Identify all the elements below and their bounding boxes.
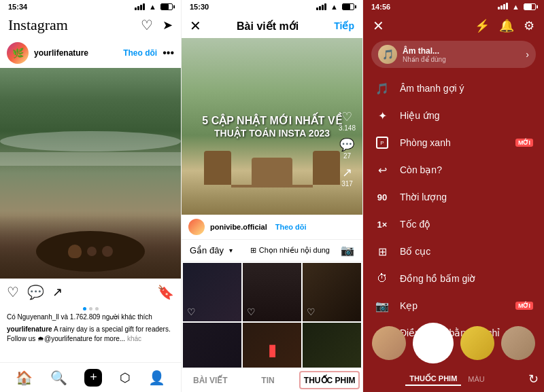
ponivibe-follow-btn[interactable]: Theo dõi bbox=[275, 223, 307, 231]
ponivibe-username[interactable]: ponivibe.official bbox=[210, 223, 267, 231]
menu-item-dong-ho[interactable]: ⏱ Đồng hồ bấm giờ bbox=[363, 265, 544, 292]
instagram-logo: Instagram bbox=[8, 16, 68, 34]
menu-item-con-ban[interactable]: ↩ Còn bạn? bbox=[363, 156, 544, 183]
select-icon: ⊞ bbox=[250, 246, 256, 255]
shutter-button[interactable] bbox=[413, 323, 454, 363]
furniture-scene bbox=[197, 133, 347, 188]
overlay-line1: 5 CẬP NHẬT MỚI NHẤT VỀ bbox=[202, 114, 341, 128]
menu-item-bo-cuc[interactable]: ⊞ Bố cục bbox=[363, 238, 544, 265]
music-subtitle: Nhấn để dùng bbox=[403, 56, 520, 63]
send-icon[interactable]: ➤ bbox=[163, 18, 173, 33]
comment-icon[interactable]: 💬 bbox=[27, 284, 44, 300]
thumbnail-1[interactable] bbox=[372, 326, 406, 360]
signal-1 bbox=[135, 3, 145, 10]
tab-mau-cam[interactable]: MÀU bbox=[464, 374, 488, 385]
status-icons-3: ▲ bbox=[498, 3, 536, 11]
thumbnail-3[interactable] bbox=[460, 326, 494, 360]
music-info: Âm thal... Nhấn để dùng bbox=[403, 46, 520, 63]
caption-more[interactable]: khác bbox=[127, 335, 141, 342]
preview-footer: ponivibe.official Theo dõi bbox=[182, 215, 362, 239]
status-bar-1: 15:34 ▲ bbox=[0, 0, 181, 14]
effects-icon: ✦ bbox=[374, 107, 390, 124]
menu-label-7: Đồng hồ bấm giờ bbox=[400, 273, 533, 284]
post-username[interactable]: yourlifenature bbox=[34, 48, 118, 58]
timer-icon: ⏱ bbox=[374, 270, 390, 287]
like-icon[interactable]: ♡ bbox=[7, 284, 19, 300]
menu-label-8: Kẹp bbox=[400, 300, 506, 311]
music-off-icon[interactable]: 🔔 bbox=[499, 18, 514, 33]
avatar[interactable]: 🌿 bbox=[7, 42, 29, 64]
new-post-title: Bài viết mới bbox=[201, 20, 334, 33]
post-image bbox=[0, 68, 181, 279]
tab-tin[interactable]: TIN bbox=[239, 368, 297, 392]
menu-label-0: Âm thanh gợi ý bbox=[400, 83, 533, 94]
signal-3 bbox=[498, 3, 508, 11]
new-post-header: ✕ Bài viết mới Tiếp bbox=[182, 14, 362, 38]
music-chevron-icon: › bbox=[526, 49, 529, 60]
battery-3 bbox=[524, 3, 536, 10]
bookmark-icon[interactable]: 🔖 bbox=[157, 284, 174, 300]
overlay-text: 5 CẬP NHẬT MỚI NHẤT VỀ THUẬT TOÁN INSTA … bbox=[202, 114, 341, 139]
nav-home[interactable]: 🏠 bbox=[16, 370, 33, 386]
next-button[interactable]: Tiếp bbox=[334, 20, 354, 31]
menu-item-phong-xanh[interactable]: P Phòng xanh MỚI bbox=[363, 129, 544, 156]
shares-stat: ↗ 317 bbox=[341, 165, 353, 188]
menu-item-kep[interactable]: 📷 Kẹp MỚI bbox=[363, 292, 544, 319]
tab-thuoc-phim-cam[interactable]: THUỐC PHIM bbox=[405, 373, 461, 386]
music-note-icon: 🎵 bbox=[374, 80, 390, 96]
clip-icon: 📷 bbox=[374, 298, 390, 314]
battery-1 bbox=[160, 3, 173, 10]
tab-bai-viet[interactable]: BÀI VIẾT bbox=[182, 368, 239, 392]
remix-icon: ↩ bbox=[374, 162, 390, 178]
instagram-header: Instagram ♡ ➤ bbox=[0, 14, 181, 38]
filter-label[interactable]: Gần đây bbox=[190, 245, 224, 255]
menu-label-4: Thời lượng bbox=[400, 192, 533, 202]
tab-thuoc-phim[interactable]: THUỐC PHIM bbox=[299, 371, 360, 389]
status-icons-2: ▲ bbox=[316, 3, 354, 11]
signal-2 bbox=[316, 3, 326, 10]
wifi-1: ▲ bbox=[149, 3, 156, 11]
gallery-heart-1: ♡ bbox=[187, 306, 196, 317]
gallery-heart-3: ♡ bbox=[307, 306, 316, 317]
menu-item-toc-do[interactable]: 1× Tốc độ bbox=[363, 211, 544, 238]
new-badge-phong: MỚI bbox=[515, 139, 533, 147]
chevron-down-icon[interactable]: ▾ bbox=[229, 247, 233, 254]
battery-2 bbox=[342, 3, 354, 10]
menu-label-6: Bố cục bbox=[400, 246, 533, 257]
refresh-icon[interactable]: ↻ bbox=[528, 372, 539, 387]
thumbnail-4[interactable] bbox=[501, 326, 535, 360]
dot-3 bbox=[95, 307, 99, 310]
overlay-line2: THUẬT TOÁN INSTA 2023 bbox=[202, 128, 341, 139]
gallery-item-3[interactable]: ♡ bbox=[303, 263, 361, 321]
select-multiple-btn[interactable]: ⊞ Chọn nhiều nội dung bbox=[250, 246, 330, 255]
camera-filter-icon[interactable]: 📷 bbox=[341, 244, 354, 257]
gallery-item-2[interactable]: ♡ bbox=[243, 263, 301, 321]
close-camera-button[interactable]: ✕ bbox=[373, 18, 384, 34]
flash-off-icon[interactable]: ⚡ bbox=[475, 18, 490, 33]
heart-icon[interactable]: ♡ bbox=[141, 17, 153, 33]
gallery-item-1[interactable]: ♡ bbox=[183, 263, 241, 321]
tools-menu: 🎵 Âm thanh gợi ý ✦ Hiệu ứng P Phòng xanh… bbox=[363, 71, 544, 351]
share-icon[interactable]: ↗ bbox=[52, 285, 63, 300]
likes-text: Có Nguyenanh_ll và 1.762.809 người khác … bbox=[0, 312, 181, 322]
dot-2 bbox=[89, 307, 92, 310]
panel-camera-tools: 14:56 ▲ ✕ ⚡ 🔔 ⚙ 🎵 Âm thal... Nhấn để dùn… bbox=[363, 0, 544, 392]
menu-item-am-thanh[interactable]: 🎵 Âm thanh gợi ý bbox=[363, 75, 544, 102]
nav-search[interactable]: 🔍 bbox=[50, 370, 67, 386]
nav-profile[interactable]: 👤 bbox=[148, 370, 165, 386]
likes-count: Có Nguyenanh_ll và 1.762.809 người khác … bbox=[7, 313, 152, 321]
close-button[interactable]: ✕ bbox=[190, 18, 201, 34]
follow-button[interactable]: Theo dõi bbox=[123, 48, 157, 58]
nav-add-button[interactable]: + bbox=[84, 369, 102, 387]
duration-icon: 90 bbox=[374, 189, 390, 205]
music-banner[interactable]: 🎵 Âm thal... Nhấn để dùng › bbox=[371, 41, 536, 68]
heart-stat-icon: ♡ bbox=[341, 109, 352, 124]
menu-item-hieu-ung[interactable]: ✦ Hiệu ứng bbox=[363, 102, 544, 129]
nav-reels[interactable]: ⬡ bbox=[120, 370, 131, 385]
mist-layer bbox=[0, 131, 181, 152]
post-actions: ♡ 💬 ↗ 🔖 bbox=[0, 279, 181, 306]
more-button[interactable]: ••• bbox=[163, 47, 174, 59]
settings-icon[interactable]: ⚙ bbox=[524, 18, 534, 33]
menu-item-thoi-luong[interactable]: 90 Thời lượng bbox=[363, 183, 544, 211]
comment-stat-icon: 💬 bbox=[339, 137, 354, 152]
